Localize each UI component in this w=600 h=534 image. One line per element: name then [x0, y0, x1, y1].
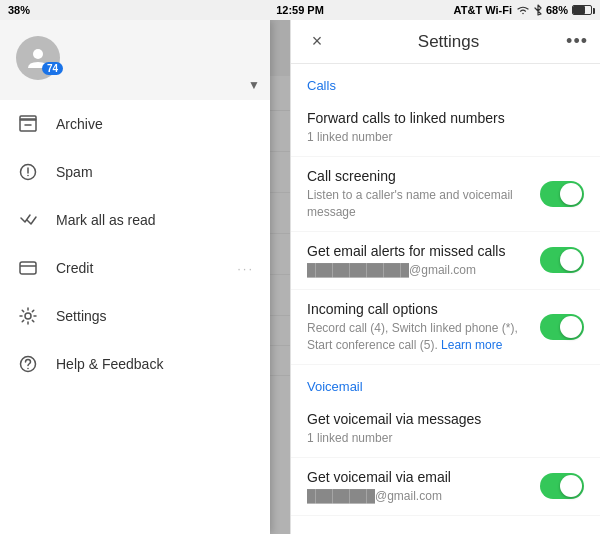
settings-row[interactable]: Get email alerts for missed calls ██████…	[291, 232, 600, 290]
drawer-item-count: ···	[237, 261, 254, 276]
status-bar: 38% 12:59 PM AT&T Wi-Fi 68%	[0, 0, 600, 20]
settings-more-button[interactable]: •••	[566, 31, 588, 52]
settings-row-subtitle: ████████@gmail.com	[307, 488, 532, 505]
settings-row-text: Get email alerts for missed calls ██████…	[307, 242, 532, 279]
drawer-item-label: Mark all as read	[56, 212, 254, 228]
toggle-thumb	[560, 183, 582, 205]
drawer-item-label: Archive	[56, 116, 254, 132]
toggle-switch[interactable]	[540, 247, 584, 273]
scrim	[270, 20, 290, 534]
drawer-item-mark-all-read[interactable]: Mark all as read	[0, 196, 270, 244]
settings-close-button[interactable]: ×	[303, 28, 331, 56]
settings-row-title: Get voicemail via messages	[307, 410, 584, 428]
svg-point-6	[27, 175, 29, 177]
settings-row-text: Get voicemail via email ████████@gmail.c…	[307, 468, 532, 505]
settings-row-subtitle: 1 linked number	[307, 430, 584, 447]
drawer-item-label: Credit	[56, 260, 221, 276]
drawer-item-help[interactable]: Help & Feedback	[0, 340, 270, 388]
settings-section-label: Voicemail	[291, 365, 600, 400]
settings-row[interactable]: Call screening Listen to a caller's name…	[291, 157, 600, 232]
settings-header: × Settings •••	[291, 20, 600, 64]
svg-rect-7	[20, 262, 36, 274]
settings-row[interactable]: Get voicemail via email ████████@gmail.c…	[291, 458, 600, 516]
settings-row-subtitle: ████████████@gmail.com	[307, 262, 532, 279]
settings-row-subtitle: 1 linked number	[307, 129, 584, 146]
settings-row[interactable]: Forward calls to linked numbers 1 linked…	[291, 99, 600, 157]
settings-row-text: Get voicemail via messages 1 linked numb…	[307, 410, 584, 447]
settings-row-title: Incoming call options	[307, 300, 532, 318]
drawer-items: Archive Spam Mark all as read Credit ···…	[0, 100, 270, 534]
settings-row-title: Forward calls to linked numbers	[307, 109, 584, 127]
drawer-item-label: Help & Feedback	[56, 356, 254, 372]
drawer-item-settings[interactable]: Settings	[0, 292, 270, 340]
settings-row[interactable]: Get voicemail via messages 1 linked numb…	[291, 400, 600, 458]
svg-point-8	[25, 313, 31, 319]
mark-read-icon	[16, 208, 40, 232]
svg-point-10	[27, 368, 29, 370]
toggle-switch[interactable]	[540, 181, 584, 207]
credit-icon	[16, 256, 40, 280]
settings-row[interactable]: Incoming call options Record call (4), S…	[291, 290, 600, 365]
battery-percent-left: 38%	[8, 4, 30, 16]
bluetooth-icon	[534, 4, 542, 16]
learn-more-link[interactable]: Learn more	[441, 338, 502, 352]
carrier-text: AT&T Wi-Fi	[454, 4, 512, 16]
drawer-item-spam[interactable]: Spam	[0, 148, 270, 196]
archive-icon	[16, 112, 40, 136]
settings-row-text: Call screening Listen to a caller's name…	[307, 167, 532, 221]
settings-section-label: Calls	[291, 64, 600, 99]
settings-row-subtitle: Listen to a caller's name and voicemail …	[307, 187, 532, 221]
toggle-switch[interactable]	[540, 473, 584, 499]
svg-rect-4	[20, 116, 36, 120]
settings-row-text: Incoming call options Record call (4), S…	[307, 300, 532, 354]
settings-row-title: Call screening	[307, 167, 532, 185]
drawer-header: 74 ▼	[0, 20, 270, 100]
drawer-badge: 74	[42, 62, 63, 75]
drawer-item-credit[interactable]: Credit ···	[0, 244, 270, 292]
battery-icon	[572, 5, 592, 15]
toggle-thumb	[560, 316, 582, 338]
toggle-switch[interactable]	[540, 314, 584, 340]
drawer-item-archive[interactable]: Archive	[0, 100, 270, 148]
status-time: 12:59 PM	[276, 4, 324, 16]
settings-panel: × Settings ••• Calls Forward calls to li…	[290, 20, 600, 534]
settings-row-title: Get voicemail via email	[307, 468, 532, 486]
svg-point-2	[33, 49, 43, 59]
status-right: AT&T Wi-Fi 68%	[454, 4, 592, 16]
battery-percent: 68%	[546, 4, 568, 16]
status-left: 38%	[8, 4, 30, 16]
drawer-menu: 74 ▼ Archive Spam Mark all as read Credi…	[0, 20, 270, 534]
wifi-icon	[516, 5, 530, 15]
drawer-item-label: Settings	[56, 308, 254, 324]
settings-row-title: Get email alerts for missed calls	[307, 242, 532, 260]
settings-body: Calls Forward calls to linked numbers 1 …	[291, 64, 600, 516]
toggle-thumb	[560, 475, 582, 497]
drawer-item-label: Spam	[56, 164, 254, 180]
spam-icon	[16, 160, 40, 184]
settings-row-subtitle: Record call (4), Switch linked phone (*)…	[307, 320, 532, 354]
settings-title: Settings	[331, 32, 566, 52]
settings-row-text: Forward calls to linked numbers 1 linked…	[307, 109, 584, 146]
help-icon	[16, 352, 40, 376]
settings-icon	[16, 304, 40, 328]
chevron-down-icon: ▼	[248, 78, 260, 92]
